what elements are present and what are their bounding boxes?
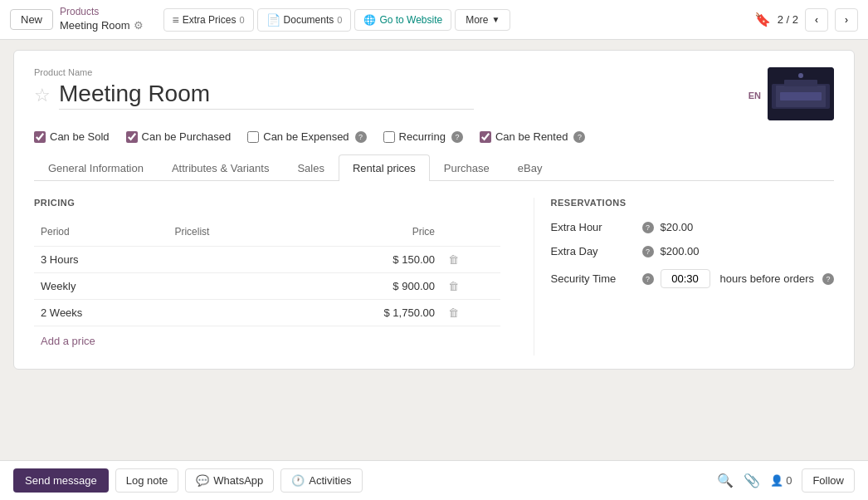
pricelist-cell [168, 273, 285, 300]
product-title[interactable]: Meeting Room [59, 81, 474, 110]
tab-general-information[interactable]: General Information [34, 154, 158, 181]
documents-icon: 📄 [266, 13, 280, 27]
can-be-purchased-label: Can be Purchased [142, 130, 232, 143]
delete-icon[interactable]: 🗑 [448, 253, 459, 266]
bottom-right: 🔍 📎 👤 0 Follow [717, 468, 855, 493]
favorite-icon[interactable]: ☆ [34, 85, 51, 106]
product-header: Product Name ☆ Meeting Room EN [34, 67, 834, 120]
breadcrumb-parent[interactable]: Products [60, 6, 144, 19]
more-label: More [466, 14, 488, 26]
security-time-help-icon[interactable]: ? [642, 273, 654, 285]
table-row: 3 Hours $ 150.00 🗑 [34, 247, 500, 273]
security-time-row: Security Time ? hours before orders ? [551, 269, 834, 288]
tab-ebay[interactable]: eBay [504, 154, 557, 181]
extra-hour-value[interactable]: $20.00 [661, 221, 694, 233]
recurring-label: Recurring [399, 130, 446, 143]
pricing-table: Period Pricelist Price 3 Hours $ 150.00 … [34, 221, 500, 326]
price-cell: $ 900.00 [285, 273, 441, 300]
go-to-website-button[interactable]: 🌐 Go to Website [354, 9, 451, 31]
delete-cell[interactable]: 🗑 [441, 247, 500, 273]
svg-point-5 [798, 73, 803, 78]
extra-day-label: Extra Day [551, 245, 634, 257]
breadcrumb-current: Meeting Room ⚙ [60, 19, 144, 33]
tab-content: PRICING Period Pricelist Price 3 Hours $… [34, 181, 834, 355]
extra-day-value[interactable]: $200.00 [661, 245, 700, 257]
log-note-button[interactable]: Log note [115, 468, 179, 493]
pricing-table-header: Period Pricelist Price [34, 221, 500, 247]
extra-prices-count: 0 [239, 15, 244, 25]
activities-count-badge: 👤 0 [770, 474, 792, 487]
can-be-rented-help-icon[interactable]: ? [573, 131, 585, 143]
breadcrumb-current-label: Meeting Room [60, 19, 130, 33]
documents-label: Documents [284, 14, 334, 26]
bookmark-icon[interactable]: 🔖 [754, 12, 771, 27]
pricing-table-body: 3 Hours $ 150.00 🗑 Weekly $ 900.00 🗑 2 W… [34, 247, 500, 326]
can-be-purchased-input[interactable] [126, 131, 138, 143]
period-cell: 3 Hours [34, 247, 168, 273]
main-content: Product Name ☆ Meeting Room EN [0, 40, 868, 380]
person-icon: 👤 [770, 474, 783, 487]
extra-prices-label: Extra Prices [183, 14, 237, 26]
can-be-sold-input[interactable] [34, 131, 46, 143]
recurring-checkbox[interactable]: Recurring ? [383, 130, 463, 143]
clock-icon: 🕐 [291, 474, 305, 487]
search-icon[interactable]: 🔍 [717, 473, 734, 488]
security-time-label: Security Time [551, 272, 634, 285]
prev-page-button[interactable]: ‹ [805, 8, 828, 32]
recurring-help-icon[interactable]: ? [451, 131, 463, 143]
send-message-button[interactable]: Send message [13, 468, 109, 493]
topbar-left: New Products Meeting Room ⚙ [10, 6, 144, 32]
period-cell: 2 Weeks [34, 300, 168, 326]
can-be-rented-label: Can be Rented [495, 130, 568, 143]
delete-cell[interactable]: 🗑 [441, 273, 500, 300]
more-button[interactable]: More ▼ [455, 9, 510, 31]
activities-button[interactable]: 🕐 Activities [280, 468, 362, 493]
next-page-button[interactable]: › [835, 8, 858, 32]
add-price-link[interactable]: Add a price [34, 326, 102, 355]
tab-rental-prices[interactable]: Rental prices [339, 154, 430, 181]
delete-icon[interactable]: 🗑 [448, 280, 459, 292]
breadcrumb: Products Meeting Room ⚙ [60, 6, 144, 32]
product-card: Product Name ☆ Meeting Room EN [13, 50, 855, 370]
hours-before-help-icon[interactable]: ? [822, 273, 834, 285]
tab-purchase[interactable]: Purchase [430, 154, 504, 181]
can-be-expensed-label: Can be Expensed [263, 130, 349, 143]
tab-sales[interactable]: Sales [283, 154, 339, 181]
checkboxes-row: Can be Sold Can be Purchased Can be Expe… [34, 130, 834, 143]
can-be-rented-checkbox[interactable]: Can be Rented ? [480, 130, 585, 143]
recurring-input[interactable] [383, 131, 395, 143]
documents-count: 0 [337, 15, 342, 25]
topbar-actions: ≡ Extra Prices 0 📄 Documents 0 🌐 Go to W… [163, 8, 748, 32]
price-cell: $ 150.00 [285, 247, 441, 273]
tab-attributes-variants[interactable]: Attributes & Variants [158, 154, 284, 181]
globe-icon: 🌐 [363, 14, 376, 26]
follow-button[interactable]: Follow [802, 468, 855, 493]
delete-cell[interactable]: 🗑 [441, 300, 500, 326]
product-image [768, 67, 834, 120]
whatsapp-button[interactable]: 💬 WhatsApp [185, 468, 274, 493]
can-be-rented-input[interactable] [480, 131, 491, 143]
can-be-expensed-checkbox[interactable]: Can be Expensed ? [247, 130, 366, 143]
can-be-sold-label: Can be Sold [50, 130, 110, 143]
documents-button[interactable]: 📄 Documents 0 [257, 8, 352, 32]
reservations-section: RESERVATIONS Extra Hour ? $20.00 Extra D… [534, 198, 834, 355]
new-button[interactable]: New [10, 9, 53, 30]
pricelist-column-header: Pricelist [168, 221, 285, 247]
whatsapp-label: WhatsApp [213, 474, 263, 487]
language-badge[interactable]: EN [749, 91, 768, 100]
can-be-purchased-checkbox[interactable]: Can be Purchased [126, 130, 232, 143]
extra-hour-help-icon[interactable]: ? [642, 222, 654, 233]
paperclip-icon[interactable]: 📎 [744, 473, 760, 488]
pricelist-cell [168, 247, 285, 273]
chevron-down-icon: ▼ [492, 15, 500, 24]
delete-icon[interactable]: 🗑 [448, 306, 459, 319]
pagination: 2 / 2 [778, 13, 798, 26]
can-be-expensed-input[interactable] [247, 131, 259, 143]
gear-icon[interactable]: ⚙ [134, 19, 144, 33]
security-time-input[interactable] [661, 269, 710, 288]
can-be-sold-checkbox[interactable]: Can be Sold [34, 130, 110, 143]
log-note-label: Log note [126, 474, 168, 487]
extra-day-help-icon[interactable]: ? [642, 246, 654, 257]
can-be-expensed-help-icon[interactable]: ? [355, 131, 367, 143]
extra-prices-button[interactable]: ≡ Extra Prices 0 [163, 8, 254, 32]
